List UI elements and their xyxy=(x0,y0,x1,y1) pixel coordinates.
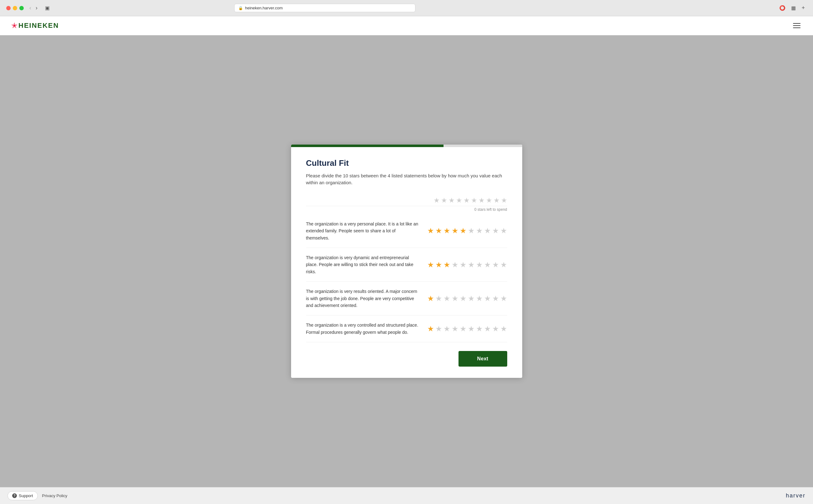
card-title: Cultural Fit xyxy=(306,158,507,168)
s4-star-5[interactable]: ★ xyxy=(460,324,467,333)
statement-stars-4[interactable]: ★ ★ ★ ★ ★ ★ ★ ★ ★ ★ xyxy=(427,324,507,333)
s4-star-9[interactable]: ★ xyxy=(492,324,499,333)
hamburger-line-2 xyxy=(793,25,801,26)
s1-star-8[interactable]: ★ xyxy=(484,226,491,235)
card: Cultural Fit Please divide the 10 stars … xyxy=(291,145,522,378)
sidebar-toggle-button[interactable]: ▣ xyxy=(43,4,52,12)
s4-star-6[interactable]: ★ xyxy=(468,324,475,333)
s1-star-9[interactable]: ★ xyxy=(492,226,499,235)
statement-text-3: The organization is very results oriente… xyxy=(306,288,420,309)
header-star-10[interactable]: ★ xyxy=(501,196,507,205)
s4-star-3[interactable]: ★ xyxy=(444,324,450,333)
add-tab-button[interactable]: + xyxy=(800,4,807,12)
s1-star-6[interactable]: ★ xyxy=(468,226,475,235)
s2-star-6[interactable]: ★ xyxy=(468,260,475,269)
s3-star-2[interactable]: ★ xyxy=(435,294,442,303)
harver-logo: harver xyxy=(786,492,806,499)
footer-left: ? Support Privacy Policy xyxy=(7,491,67,500)
s1-star-5[interactable]: ★ xyxy=(460,226,467,235)
s2-star-3[interactable]: ★ xyxy=(444,260,450,269)
header-star-1[interactable]: ★ xyxy=(434,196,440,205)
s4-star-10[interactable]: ★ xyxy=(500,324,507,333)
share-button[interactable]: ⭕ xyxy=(777,4,787,12)
button-row: Next xyxy=(306,351,507,367)
s4-star-2[interactable]: ★ xyxy=(435,324,442,333)
statement-stars-2[interactable]: ★ ★ ★ ★ ★ ★ ★ ★ ★ ★ xyxy=(427,260,507,269)
statement-row-2: The organization is very dynamic and ent… xyxy=(306,248,507,282)
s3-star-1[interactable]: ★ xyxy=(427,294,434,303)
statement-text-4: The organization is a very controlled an… xyxy=(306,322,420,336)
statement-row-4: The organization is a very controlled an… xyxy=(306,315,507,342)
s1-star-4[interactable]: ★ xyxy=(452,226,459,235)
header-star-9[interactable]: ★ xyxy=(493,196,500,205)
heineken-logo-text: HEINEKEN xyxy=(18,22,59,30)
forward-button[interactable]: › xyxy=(34,4,39,12)
s2-star-7[interactable]: ★ xyxy=(476,260,483,269)
s3-star-8[interactable]: ★ xyxy=(484,294,491,303)
s3-star-6[interactable]: ★ xyxy=(468,294,475,303)
s4-star-8[interactable]: ★ xyxy=(484,324,491,333)
statement-row-1: The organization is a very personal plac… xyxy=(306,214,507,248)
address-bar[interactable]: 🔒 heineken.harver.com xyxy=(234,4,415,12)
next-button[interactable]: Next xyxy=(459,351,507,367)
s4-star-1[interactable]: ★ xyxy=(427,324,434,333)
s3-star-9[interactable]: ★ xyxy=(492,294,499,303)
back-button[interactable]: ‹ xyxy=(27,4,33,12)
header-star-8[interactable]: ★ xyxy=(486,196,492,205)
header-star-5[interactable]: ★ xyxy=(464,196,470,205)
hamburger-menu-button[interactable] xyxy=(792,22,802,29)
traffic-light-red[interactable] xyxy=(6,6,11,10)
s4-star-7[interactable]: ★ xyxy=(476,324,483,333)
url-text: heineken.harver.com xyxy=(245,6,283,10)
support-button[interactable]: ? Support xyxy=(7,491,38,500)
nav-buttons: ‹ › xyxy=(27,4,39,12)
s1-star-3[interactable]: ★ xyxy=(444,226,450,235)
privacy-policy-link[interactable]: Privacy Policy xyxy=(42,493,67,498)
card-description: Please divide the 10 stars between the 4… xyxy=(306,172,507,186)
s2-star-9[interactable]: ★ xyxy=(492,260,499,269)
s2-star-1[interactable]: ★ xyxy=(427,260,434,269)
card-body: Cultural Fit Please divide the 10 stars … xyxy=(291,147,522,378)
s3-star-5[interactable]: ★ xyxy=(460,294,467,303)
s2-star-8[interactable]: ★ xyxy=(484,260,491,269)
header-star-7[interactable]: ★ xyxy=(478,196,485,205)
support-icon: ? xyxy=(12,493,17,498)
lock-icon: 🔒 xyxy=(238,6,243,10)
statement-text-1: The organization is a very personal plac… xyxy=(306,220,420,241)
s1-star-10[interactable]: ★ xyxy=(500,226,507,235)
browser-actions: ⭕ ▦ + xyxy=(777,4,807,12)
hamburger-line-1 xyxy=(793,23,801,24)
s1-star-1[interactable]: ★ xyxy=(427,226,434,235)
s1-star-7[interactable]: ★ xyxy=(476,226,483,235)
new-tab-button[interactable]: ▦ xyxy=(789,4,798,12)
support-label: Support xyxy=(19,493,33,498)
statement-text-2: The organization is very dynamic and ent… xyxy=(306,254,420,275)
statement-stars-1[interactable]: ★ ★ ★ ★ ★ ★ ★ ★ ★ ★ xyxy=(427,226,507,235)
heineken-star-icon: ✭ xyxy=(11,21,17,30)
s3-star-10[interactable]: ★ xyxy=(500,294,507,303)
header-star-6[interactable]: ★ xyxy=(471,196,477,205)
s4-star-4[interactable]: ★ xyxy=(452,324,459,333)
statement-stars-3[interactable]: ★ ★ ★ ★ ★ ★ ★ ★ ★ ★ xyxy=(427,294,507,303)
header-star-4[interactable]: ★ xyxy=(456,196,462,205)
s2-star-2[interactable]: ★ xyxy=(435,260,442,269)
s2-star-10[interactable]: ★ xyxy=(500,260,507,269)
s1-star-2[interactable]: ★ xyxy=(435,226,442,235)
header-star-2[interactable]: ★ xyxy=(441,196,447,205)
traffic-light-green[interactable] xyxy=(19,6,24,10)
statement-row-3: The organization is very results oriente… xyxy=(306,282,507,315)
traffic-light-yellow[interactable] xyxy=(13,6,17,10)
main-content: Cultural Fit Please divide the 10 stars … xyxy=(0,35,813,487)
progress-bar-container xyxy=(291,145,522,147)
traffic-lights xyxy=(6,6,24,10)
progress-bar-fill xyxy=(291,145,444,147)
browser-chrome: ‹ › ▣ 🔒 heineken.harver.com ⭕ ▦ + xyxy=(0,0,813,16)
hamburger-line-3 xyxy=(793,27,801,28)
s3-star-3[interactable]: ★ xyxy=(444,294,450,303)
s2-star-4[interactable]: ★ xyxy=(452,260,459,269)
header-stars-group[interactable]: ★ ★ ★ ★ ★ ★ ★ ★ ★ ★ xyxy=(434,196,507,205)
s3-star-7[interactable]: ★ xyxy=(476,294,483,303)
s2-star-5[interactable]: ★ xyxy=(460,260,467,269)
s3-star-4[interactable]: ★ xyxy=(452,294,459,303)
header-star-3[interactable]: ★ xyxy=(449,196,455,205)
